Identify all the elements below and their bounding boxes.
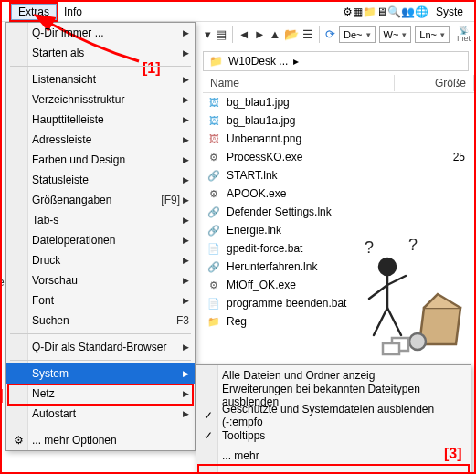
file-name: ProcessKO.exe [227, 151, 428, 163]
breadcrumb[interactable]: 📁 W10Desk ... ▸ [203, 51, 469, 71]
combo-w[interactable]: W~ [379, 26, 412, 43]
menu-item[interactable]: Adressleiste▶ [6, 130, 195, 150]
file-name: Defender Settings.lnk [227, 205, 428, 218]
file-size: 25 [434, 151, 471, 163]
menu-item[interactable]: Dateioperationen▶ [6, 230, 195, 250]
file-row[interactable]: 🔗Energie.lnk [203, 221, 471, 239]
menu-extras[interactable]: Extras [11, 4, 57, 20]
toolbar-users-icon[interactable]: 👥 [401, 5, 415, 18]
toolbar-mag-icon[interactable]: 🔍 [387, 5, 401, 18]
submenu-item[interactable]: ... mehr [196, 446, 471, 466]
extras-menu: Q-Dir immer ...▶Starten als▶Listenansich… [5, 22, 196, 451]
menu-item[interactable]: System▶ [6, 363, 195, 384]
inet-indicator: 📡Inet [457, 26, 471, 43]
menu-item[interactable]: Q-Dir als Standard-Browser▶ [6, 337, 195, 357]
file-exe-icon: ⚙ [206, 150, 221, 164]
file-row[interactable]: 🔗START.lnk [203, 166, 471, 184]
file-row[interactable]: 📄gpedit-force.bat [203, 239, 471, 258]
nav-folder-icon[interactable]: 📂 [284, 26, 299, 44]
menu-item[interactable]: ⚙... mehr Optionen [6, 430, 195, 450]
folder-icon: 📁 [209, 55, 223, 68]
submenu-arrow-icon: ▶ [180, 342, 189, 352]
file-row[interactable]: 🔗Herunterfahren.lnk [203, 258, 471, 276]
menu-item[interactable]: Q-Dir immer ...▶ [6, 23, 195, 43]
file-row[interactable]: 📁Reg [203, 312, 471, 331]
col-size[interactable]: Größe [395, 75, 474, 91]
file-row[interactable]: 🖼bg_blau1a.jpg [203, 111, 471, 130]
submenu-arrow-icon: ▶ [180, 369, 189, 378]
menu-item-label: System [32, 367, 180, 380]
submenu-arrow-icon: ▶ [180, 409, 189, 418]
toolbar-globe-icon[interactable]: 🌐 [415, 5, 428, 18]
menu-item-label: Farben und Design [32, 153, 180, 166]
menu-item[interactable]: Netz▶ [6, 384, 195, 404]
file-row[interactable]: 🔗Defender Settings.lnk [203, 203, 471, 221]
menu-item[interactable]: Statusleiste▶ [6, 170, 195, 190]
file-name: APOOK.exe [227, 187, 428, 200]
nav-fwd-icon[interactable]: ► [254, 26, 266, 44]
file-row[interactable]: ⚙MtOff_OK.exe [203, 276, 471, 294]
menu-item[interactable]: Größenangaben[F9]▶ [6, 190, 195, 210]
menu-item[interactable]: Druck▶ [6, 250, 195, 270]
file-name: programme beenden.bat [227, 297, 428, 310]
file-row[interactable]: 🖼bg_blau1.jpg [203, 93, 471, 111]
menu-item-label: Adressleiste [32, 133, 180, 146]
toolbar-layout-icon[interactable]: ▦ [353, 5, 363, 18]
nav-refresh-icon[interactable]: ⟳ [325, 26, 335, 44]
submenu-item[interactable]: ✓Tooltipps [196, 426, 471, 446]
menu-info[interactable]: Info [57, 4, 90, 20]
nav-back-icon[interactable]: ◄ [238, 26, 250, 44]
file-name: MtOff_OK.exe [227, 279, 428, 291]
file-row[interactable]: 🖼Unbenannt.png [203, 130, 471, 148]
menu-item[interactable]: Vorschau▶ [6, 270, 195, 290]
submenu-arrow-icon: ▶ [180, 216, 189, 225]
combo-de[interactable]: De~ [339, 26, 376, 43]
nav-tree-icon[interactable]: ☰ [302, 26, 313, 44]
nav-up-icon[interactable]: ▲ [270, 26, 281, 44]
submenu-item-label: Tooltipps [222, 429, 465, 442]
file-lnk-icon: 🔗 [206, 168, 221, 183]
menu-item[interactable]: Haupttitelleiste▶ [6, 110, 195, 130]
menu-item-label: Starten als [32, 47, 180, 59]
menu-item[interactable]: Starten als▶ [6, 43, 195, 63]
menu-item-label: Q-Dir als Standard-Browser [32, 341, 180, 353]
menu-item-label: Listenansicht [32, 73, 180, 86]
options-icon: ⚙ [12, 434, 25, 447]
toolbar-syste-label[interactable]: Syste [428, 4, 471, 20]
file-row[interactable]: ⚙ProcessKO.exe25 [203, 148, 471, 166]
menu-item-label: Druck [32, 254, 180, 267]
submenu-arrow-icon: ▶ [180, 75, 189, 84]
nav-dropdown-icon[interactable]: ▾ [203, 26, 212, 44]
combo-ln[interactable]: Ln~ [415, 26, 450, 43]
menu-item-label: Suchen [32, 314, 169, 327]
col-name[interactable]: Name [203, 75, 395, 91]
nav-view-icon[interactable]: ▤ [216, 26, 227, 44]
file-name: gpedit-force.bat [227, 242, 428, 255]
file-row[interactable]: ⚙APOOK.exe [203, 184, 471, 203]
submenu-arrow-icon: ▶ [180, 135, 189, 144]
submenu-item[interactable]: ✓Geschützte und Systemdateien ausblenden… [196, 406, 471, 426]
menu-item[interactable]: Verzeichnisstruktur▶ [6, 90, 195, 110]
file-lnk-icon: 🔗 [206, 259, 221, 274]
menu-item[interactable]: Tab-s▶ [6, 210, 195, 230]
toolbar-explorer-icon[interactable]: 📁 [363, 5, 376, 18]
file-exe-icon: ⚙ [206, 186, 221, 201]
file-name: START.lnk [227, 169, 428, 182]
menu-item-label: Tab-s [32, 214, 180, 226]
menu-item[interactable]: Autostart▶ [6, 404, 195, 424]
breadcrumb-folder: W10Desk ... [228, 55, 288, 68]
submenu-arrow-icon: ▶ [180, 195, 189, 205]
toolbar-gear-icon[interactable]: ⚙ [343, 5, 353, 18]
submenu-arrow-icon: ▶ [180, 95, 189, 104]
file-name: bg_blau1a.jpg [227, 114, 428, 127]
menu-item[interactable]: Font▶ [6, 290, 195, 311]
menu-item-label: Statusleiste [32, 174, 180, 186]
toolbar-pc-icon[interactable]: 🖥 [376, 5, 387, 18]
menu-item-label: Vorschau [32, 274, 180, 287]
file-img-icon: 🖼 [206, 95, 221, 110]
menu-item-label: Netz [32, 387, 180, 400]
menu-item[interactable]: Listenansicht▶ [6, 69, 195, 90]
menu-item[interactable]: Farben und Design▶ [6, 150, 195, 170]
file-row[interactable]: 📄programme beenden.bat [203, 294, 471, 312]
menu-item[interactable]: SuchenF3 [6, 311, 195, 331]
